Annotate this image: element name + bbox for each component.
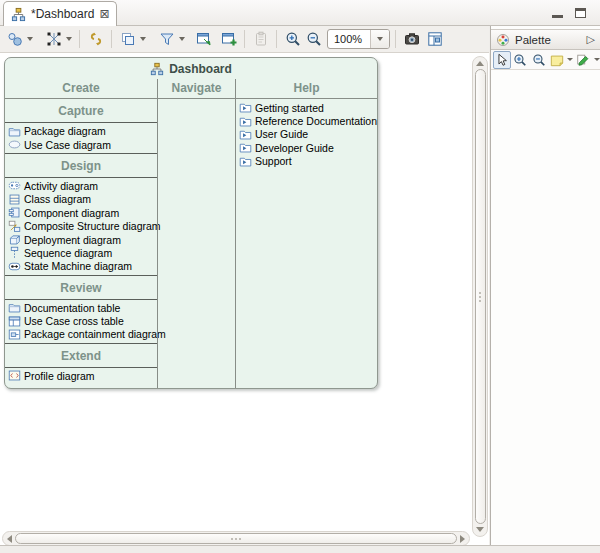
profile-diagram-icon: [8, 369, 21, 382]
help-item-support[interactable]: Support: [236, 155, 377, 168]
select-connections-dropdown[interactable]: [64, 29, 74, 50]
documentation-table-icon: [8, 301, 21, 314]
create-item-package-diagram[interactable]: Package diagram: [5, 125, 157, 138]
snapshot-button[interactable]: [401, 29, 422, 50]
section-design: Design: [5, 154, 157, 178]
palette-zoom-out-button[interactable]: [530, 51, 547, 69]
create-item-usecase-cross-table[interactable]: Use Case cross table: [5, 314, 157, 327]
sync-with-model-button[interactable]: [85, 29, 106, 50]
vertical-scrollbar[interactable]: [472, 56, 488, 537]
copy-appearance-icon: [120, 31, 136, 47]
section-capture: Capture: [5, 99, 157, 123]
tab-dashboard[interactable]: *Dashboard ⊠: [3, 1, 117, 26]
copy-appearance-dropdown[interactable]: [138, 29, 148, 50]
tab-title: *Dashboard: [31, 7, 94, 21]
usecase-cross-table-icon: [8, 315, 21, 328]
palette-toolbar: [491, 50, 600, 70]
help-column: Help Getting started Reference Documenta…: [236, 79, 377, 388]
filter-icon: [159, 31, 175, 47]
copy-appearance-button[interactable]: [117, 29, 138, 50]
create-item-class-diagram[interactable]: Class diagram: [5, 193, 157, 206]
expand-arrow-icon[interactable]: ▷: [587, 33, 595, 46]
help-link-icon: [239, 115, 252, 128]
maximize-icon[interactable]: [575, 8, 586, 18]
scroll-right-arrow-icon[interactable]: [460, 535, 465, 543]
navigate-column: Navigate: [157, 79, 236, 388]
add-view-button[interactable]: [218, 29, 239, 50]
add-view-icon: [221, 31, 237, 47]
create-item-profile-diagram[interactable]: Profile diagram: [5, 369, 157, 382]
select-connections-icon: [46, 31, 62, 47]
create-item-state-machine-diagram[interactable]: State Machine diagram: [5, 260, 157, 273]
help-link-icon: [239, 141, 252, 154]
horizontal-scrollbar-thumb[interactable]: [15, 533, 457, 544]
create-item-component-diagram[interactable]: Component diagram: [5, 206, 157, 219]
zoom-level-dropdown[interactable]: [370, 29, 389, 49]
palette-icon: [496, 33, 510, 47]
note-tool-icon: [550, 53, 564, 67]
sync-with-model-icon: [88, 31, 104, 47]
filter-button[interactable]: [156, 29, 177, 50]
minimize-icon[interactable]: [552, 15, 563, 18]
help-link-icon: [239, 128, 252, 141]
zoom-in-button[interactable]: [282, 29, 303, 50]
zoom-out-tool-icon: [532, 53, 546, 67]
zoom-level-value: 100%: [328, 33, 370, 45]
overview-button[interactable]: [424, 29, 445, 50]
scroll-left-arrow-icon[interactable]: [7, 535, 12, 543]
help-item-developer-guide[interactable]: Developer Guide: [236, 141, 377, 154]
select-shapes-icon: [7, 31, 23, 47]
diagram-canvas[interactable]: Dashboard Create Capture Package diagram: [0, 53, 489, 545]
create-item-deployment-diagram[interactable]: Deployment diagram: [5, 233, 157, 246]
zoom-out-icon: [306, 31, 322, 47]
dashboard-panel: Dashboard Create Capture Package diagram: [4, 57, 378, 389]
select-shapes-button[interactable]: [4, 29, 25, 50]
zoom-out-button[interactable]: [303, 29, 324, 50]
create-item-documentation-table[interactable]: Documentation table: [5, 301, 157, 314]
state-machine-diagram-icon: [8, 260, 21, 273]
package-diagram-icon: [8, 125, 21, 138]
create-item-activity-diagram[interactable]: Activity diagram: [5, 179, 157, 192]
section-extend: Extend: [5, 344, 157, 368]
edit-tool-dropdown[interactable]: [593, 58, 600, 61]
palette-panel: Palette ▷: [490, 26, 600, 545]
palette-zoom-in-button[interactable]: [512, 51, 529, 69]
create-item-sequence-diagram[interactable]: Sequence diagram: [5, 246, 157, 259]
usecase-diagram-icon: [8, 138, 21, 151]
export-view-button[interactable]: [193, 29, 214, 50]
create-item-composite-structure-diagram[interactable]: Composite Structure diagram: [5, 219, 157, 232]
paste-icon: [253, 31, 269, 47]
palette-title: Palette: [515, 34, 582, 46]
vertical-scrollbar-thumb[interactable]: [475, 69, 486, 524]
note-tool-dropdown[interactable]: [567, 58, 574, 61]
horizontal-scrollbar[interactable]: [2, 531, 470, 546]
paste-button: [250, 29, 271, 50]
help-item-reference-documentation[interactable]: Reference Documentation: [236, 114, 377, 127]
filter-dropdown[interactable]: [177, 29, 187, 50]
note-tool-button[interactable]: [548, 51, 565, 69]
edit-tool-button[interactable]: [575, 51, 592, 69]
dashboard-panel-title-row: Dashboard: [5, 58, 377, 79]
diagram-tree-icon: [11, 7, 26, 22]
snapshot-icon: [404, 31, 420, 47]
scroll-up-arrow-icon[interactable]: [476, 61, 484, 66]
navigate-column-header: Navigate: [158, 79, 235, 99]
select-shapes-dropdown[interactable]: [25, 29, 35, 50]
help-item-user-guide[interactable]: User Guide: [236, 128, 377, 141]
close-icon[interactable]: ⊠: [99, 8, 109, 20]
select-tool-button[interactable]: [493, 51, 511, 69]
class-diagram-icon: [8, 193, 21, 206]
create-item-usecase-diagram[interactable]: Use Case diagram: [5, 138, 157, 151]
dashboard-icon: [150, 62, 164, 76]
create-item-package-containment-diagram[interactable]: Package containment diagram: [5, 328, 157, 341]
section-review: Review: [5, 276, 157, 300]
export-view-icon: [196, 31, 212, 47]
composite-structure-diagram-icon: [8, 220, 21, 233]
palette-header[interactable]: Palette ▷: [491, 29, 600, 50]
select-connections-button[interactable]: [43, 29, 64, 50]
scroll-down-arrow-icon[interactable]: [476, 527, 484, 532]
component-diagram-icon: [8, 206, 21, 219]
editor-tab-bar: *Dashboard ⊠: [0, 0, 600, 26]
zoom-level-combo[interactable]: 100%: [327, 29, 390, 49]
help-item-getting-started[interactable]: Getting started: [236, 101, 377, 114]
